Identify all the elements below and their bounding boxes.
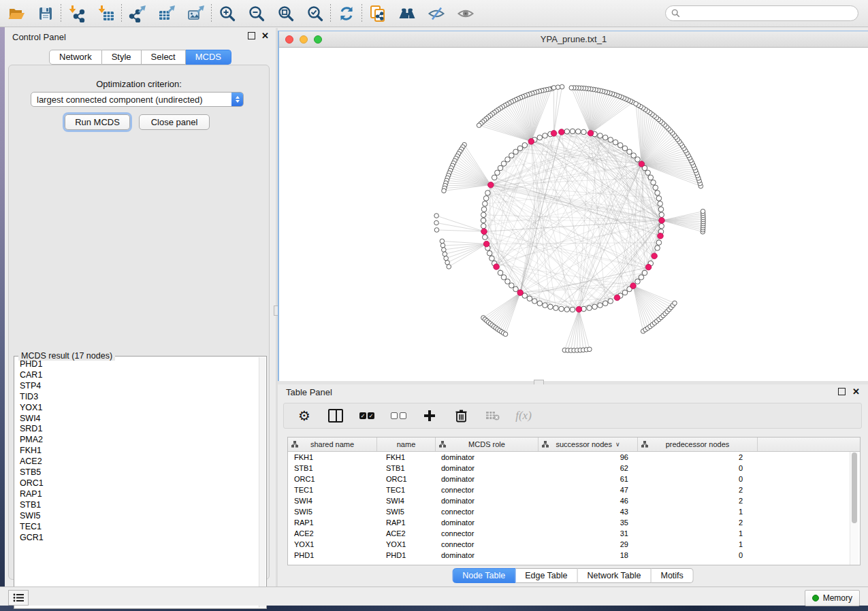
zoom-in-icon[interactable] <box>218 4 236 22</box>
run-mcds-button[interactable]: Run MCDS <box>65 114 130 130</box>
settings-gear-icon[interactable]: ⚙ <box>296 408 312 424</box>
export-image-icon[interactable] <box>187 4 205 22</box>
duplicate-network-icon[interactable] <box>368 4 387 22</box>
close-panel-icon[interactable]: ✕ <box>852 388 860 395</box>
tab-select[interactable]: Select <box>142 50 186 65</box>
result-list-item[interactable]: GCR1 <box>20 533 259 544</box>
add-row-icon[interactable] <box>421 408 438 424</box>
table-body: FKH1FKH1dominator962STB1STB1dominator620… <box>288 452 860 561</box>
column-header-predecessor-nodes[interactable]: predecessor nodes <box>638 437 758 451</box>
result-list-item[interactable]: CAR1 <box>20 370 259 381</box>
save-session-icon[interactable] <box>36 4 54 22</box>
select-all-icon[interactable]: ✓✓ <box>359 408 375 424</box>
export-network-icon[interactable] <box>128 4 146 22</box>
zoom-out-icon[interactable] <box>247 4 266 22</box>
search-input[interactable] <box>680 8 858 19</box>
hide-graphics-details-icon[interactable] <box>427 4 445 22</box>
result-list-item[interactable]: RAP1 <box>20 489 259 500</box>
show-columns-icon[interactable] <box>327 408 344 424</box>
column-header-shared-name[interactable]: shared name <box>288 437 377 451</box>
show-graphics-details-icon[interactable] <box>456 4 475 22</box>
optimization-criterion-select[interactable]: largest connected component (undirected) <box>31 92 244 107</box>
import-table-icon[interactable] <box>97 4 115 22</box>
control-panel-titlebar: Control Panel ✕ <box>5 28 276 46</box>
toolbar-separator <box>61 4 61 23</box>
import-network-icon[interactable] <box>67 4 86 22</box>
result-list-item[interactable]: TID3 <box>20 392 259 403</box>
tab-edge-table[interactable]: Edge Table <box>515 568 577 583</box>
table-scrollbar[interactable] <box>850 452 858 565</box>
refresh-icon[interactable] <box>337 4 355 22</box>
table-row[interactable]: SWI4SWI4dominator462 <box>288 495 860 506</box>
result-list-item[interactable]: SRD1 <box>20 424 259 435</box>
close-panel-button[interactable]: Close panel <box>139 114 210 130</box>
tab-style[interactable]: Style <box>102 50 142 65</box>
network-window-titlebar[interactable]: YPA_prune.txt_1 <box>279 31 868 48</box>
zoom-selected-icon[interactable] <box>306 4 324 22</box>
mcds-tab-content: Optimization criterion: largest connecte… <box>8 65 270 580</box>
table-cell: connector <box>436 486 539 494</box>
result-list-item[interactable]: STP4 <box>20 381 259 392</box>
toolbar-separator <box>211 4 212 23</box>
float-panel-icon[interactable] <box>248 32 255 39</box>
result-list-item[interactable]: FKH1 <box>20 446 259 457</box>
column-header-mcds-role[interactable]: MCDS role <box>436 437 539 451</box>
table-cell: ACE2 <box>377 529 436 538</box>
result-list-item[interactable]: STB5 <box>20 467 259 478</box>
close-panel-icon[interactable]: ✕ <box>261 32 269 39</box>
sort-caret-icon[interactable]: ∨ <box>615 441 620 448</box>
scrollbar-thumb[interactable] <box>852 452 857 523</box>
table-row[interactable]: FKH1FKH1dominator962 <box>288 452 860 463</box>
column-header-successor-nodes[interactable]: successor nodes∨ <box>539 437 638 451</box>
table-row[interactable]: ORC1ORC1dominator610 <box>288 474 860 484</box>
optimization-criterion-label: Optimization criterion: <box>9 79 269 89</box>
table-row[interactable]: RAP1RAP1dominator352 <box>288 517 860 528</box>
result-list-item[interactable]: PHD1 <box>20 359 259 370</box>
result-list-item[interactable]: SWI4 <box>20 414 259 425</box>
table-row[interactable]: TEC1TEC1connector472 <box>288 484 860 495</box>
table-cell: 62 <box>539 464 638 472</box>
table-cell: SWI4 <box>377 497 436 505</box>
export-table-icon[interactable] <box>157 4 176 22</box>
result-list-item[interactable]: TEC1 <box>20 522 259 533</box>
tab-node-table[interactable]: Node Table <box>452 568 515 583</box>
table-row[interactable]: SWI5SWI5connector431 <box>288 506 860 517</box>
table-row[interactable]: ACE2ACE2connector311 <box>288 528 860 539</box>
task-history-button[interactable] <box>8 590 29 606</box>
table-cell: ORC1 <box>288 475 377 483</box>
tab-network[interactable]: Network <box>49 50 102 65</box>
table-row[interactable]: STB1STB1dominator620 <box>288 463 860 474</box>
network-graph[interactable] <box>279 48 868 382</box>
result-list-item[interactable]: YOX1 <box>20 403 259 414</box>
float-panel-icon[interactable] <box>838 388 846 395</box>
table-row[interactable]: PHD1PHD1dominator180 <box>288 550 860 561</box>
table-cell: STB1 <box>377 464 436 472</box>
tab-network-table[interactable]: Network Table <box>578 568 652 583</box>
column-header-filler <box>758 437 860 451</box>
table-row[interactable]: YOX1YOX1connector291 <box>288 539 860 550</box>
memory-status-icon <box>812 595 819 601</box>
result-list-item[interactable]: STB1 <box>20 500 259 511</box>
tab-motifs[interactable]: Motifs <box>651 568 693 583</box>
memory-button[interactable]: Memory <box>805 590 860 606</box>
mcds-list-scrollbar[interactable] <box>259 357 266 608</box>
column-header-name[interactable]: name <box>377 437 436 451</box>
zoom-fit-icon[interactable] <box>276 4 295 22</box>
toolbar-separator <box>121 4 122 23</box>
open-file-icon[interactable] <box>7 4 25 22</box>
delete-row-icon[interactable] <box>453 408 469 424</box>
result-list-item[interactable]: ACE2 <box>20 457 259 467</box>
table-cell: connector <box>436 508 539 516</box>
mcds-result-list[interactable]: PHD1CAR1STP4TID3YOX1SWI4SRD1PMA2FKH1ACE2… <box>14 359 259 607</box>
binoculars-icon[interactable] <box>398 4 416 22</box>
result-list-item[interactable]: SWI5 <box>20 511 259 522</box>
node-table[interactable]: shared namenameMCDS rolesuccessor nodes∨… <box>287 437 861 565</box>
result-list-item[interactable]: ORC1 <box>20 478 259 489</box>
network-canvas[interactable] <box>279 48 868 382</box>
table-cell: FKH1 <box>288 453 377 461</box>
search-box[interactable] <box>665 5 858 21</box>
tab-mcds[interactable]: MCDS <box>186 50 231 65</box>
clear-selection-icon[interactable] <box>390 408 406 424</box>
table-cell: 18 <box>539 551 638 559</box>
result-list-item[interactable]: PMA2 <box>20 435 259 446</box>
